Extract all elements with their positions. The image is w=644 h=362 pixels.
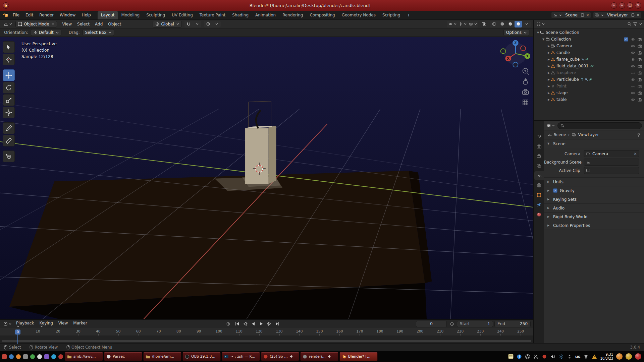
taskbar-window-1[interactable]: smb://awv... bbox=[65, 352, 103, 361]
next-keyframe-button[interactable] bbox=[266, 321, 273, 327]
viewlayer-selector[interactable]: ViewLayer × bbox=[593, 12, 641, 18]
outliner-item-label[interactable]: Icosphere bbox=[556, 70, 576, 75]
render-visibility-icon[interactable] bbox=[638, 44, 642, 48]
eye-closed-icon[interactable] bbox=[631, 84, 635, 88]
clear-camera-icon[interactable]: × bbox=[634, 152, 637, 156]
previous-keyframe-button[interactable] bbox=[241, 321, 249, 327]
properties-search-input[interactable] bbox=[557, 122, 642, 129]
scene-camera-field[interactable]: Camera× bbox=[584, 150, 639, 157]
breadcrumb-viewlayer[interactable]: ViewLayer bbox=[578, 132, 599, 137]
menu-edit[interactable]: Edit bbox=[22, 11, 36, 19]
jump-to-start-button[interactable] bbox=[233, 321, 241, 327]
disclosure-icon[interactable]: ▶ bbox=[547, 85, 551, 88]
gravity-checkbox[interactable]: ✓ bbox=[553, 188, 557, 193]
panel-header-audio[interactable]: ▶Audio bbox=[544, 204, 644, 213]
current-frame-field[interactable]: 0 bbox=[416, 321, 447, 327]
workspace-tab-uv-editing[interactable]: UV Editing bbox=[168, 11, 196, 19]
taskbar-window-5[interactable]: ~ : zsh — K... bbox=[222, 352, 260, 361]
properties-tab-object[interactable] bbox=[534, 191, 544, 199]
shade-button[interactable]: ▾ bbox=[611, 2, 617, 9]
gizmo-axis-neg-x[interactable] bbox=[521, 46, 526, 51]
outliner-row-icosphere[interactable]: ▶Icosphere bbox=[534, 69, 644, 76]
tray-app-icon-3[interactable] bbox=[635, 353, 641, 360]
properties-tab-physics[interactable] bbox=[534, 200, 544, 209]
properties-tab-world[interactable] bbox=[534, 181, 544, 190]
timeline-menu-marker[interactable]: Marker bbox=[70, 320, 90, 328]
panel-header-keying-sets[interactable]: ▶Keying Sets bbox=[544, 195, 644, 204]
eye-icon[interactable] bbox=[631, 51, 635, 55]
outliner-row-point[interactable]: ▶Point bbox=[534, 83, 644, 89]
outliner-item-label[interactable]: table bbox=[556, 97, 567, 102]
gizmo-axis-neg-z[interactable] bbox=[513, 62, 518, 67]
blender-logo-icon[interactable] bbox=[3, 12, 9, 18]
collection-checkbox[interactable]: ✓ bbox=[624, 37, 628, 42]
tray-bluetooth-icon[interactable] bbox=[558, 354, 564, 359]
tool-add-cube-button[interactable] bbox=[3, 150, 15, 162]
outliner-row-stage[interactable]: ▶stage bbox=[534, 89, 644, 96]
snap-options-dropdown[interactable] bbox=[193, 21, 201, 27]
render-visibility-icon[interactable] bbox=[638, 51, 642, 55]
outliner-row-scene-collection[interactable]: ▼Scene Collection bbox=[534, 29, 644, 36]
play-button[interactable] bbox=[258, 321, 265, 327]
outliner-row-collection[interactable]: ▼Collection✓ bbox=[534, 36, 644, 43]
window-menu-button[interactable] bbox=[3, 2, 9, 9]
disclosure-icon[interactable]: ▼ bbox=[536, 31, 540, 34]
tool-scale-button[interactable] bbox=[3, 94, 15, 106]
launcher-icon-5[interactable] bbox=[30, 354, 36, 360]
playhead[interactable]: 0 bbox=[15, 329, 20, 335]
playhead-line[interactable] bbox=[17, 335, 18, 344]
menu-render[interactable]: Render bbox=[36, 11, 57, 19]
panel-header-gravity[interactable]: ▶✓Gravity bbox=[544, 186, 644, 195]
workspace-tab-compositing[interactable]: Compositing bbox=[306, 11, 338, 19]
render-visibility-icon[interactable] bbox=[638, 58, 642, 61]
panel-header-units[interactable]: ▶Units bbox=[544, 178, 644, 186]
disclosure-icon[interactable]: ▶ bbox=[547, 45, 551, 48]
orientation-default-dropdown[interactable]: Default bbox=[31, 29, 61, 36]
properties-tab-output[interactable] bbox=[534, 152, 544, 161]
tool-move-button[interactable] bbox=[3, 69, 15, 81]
eye-closed-icon[interactable] bbox=[631, 71, 635, 75]
start-frame-field[interactable]: Start1 bbox=[457, 321, 493, 327]
viewport-menu-view[interactable]: View bbox=[60, 21, 74, 27]
taskbar-window-2[interactable]: Parsec bbox=[104, 352, 142, 361]
panel-header-custom-properties[interactable]: ▶Custom Properties bbox=[544, 221, 644, 230]
tray-app-icon-1[interactable] bbox=[616, 353, 623, 360]
object-visibility-dropdown[interactable] bbox=[447, 21, 457, 27]
launcher-icon-2[interactable] bbox=[8, 354, 14, 360]
tray-record-icon[interactable] bbox=[542, 354, 547, 359]
render-visibility-icon[interactable] bbox=[638, 91, 642, 95]
render-visibility-icon[interactable] bbox=[638, 64, 642, 68]
workspace-tab-geometry-nodes[interactable]: Geometry Nodes bbox=[338, 11, 379, 19]
tray-warning-icon[interactable] bbox=[592, 354, 597, 359]
tool-rotate-button[interactable] bbox=[3, 82, 15, 94]
mode-dropdown[interactable]: Object Mode bbox=[15, 21, 57, 27]
eye-icon[interactable] bbox=[631, 38, 635, 41]
timeline-track[interactable] bbox=[0, 336, 533, 343]
tool-annotate-button[interactable] bbox=[3, 122, 15, 134]
launcher-icon-4[interactable] bbox=[22, 354, 29, 360]
properties-tab-render[interactable] bbox=[534, 142, 544, 151]
taskbar-window-8[interactable]: Blender* [... bbox=[339, 352, 378, 361]
properties-tab-scene[interactable] bbox=[534, 171, 544, 180]
render-visibility-icon[interactable] bbox=[638, 98, 642, 102]
drag-mode-dropdown[interactable]: Select Box bbox=[83, 29, 114, 36]
disclosure-icon[interactable]: ▶ bbox=[547, 78, 551, 81]
overlays-dropdown[interactable] bbox=[468, 21, 478, 27]
outliner-row-candle[interactable]: ▶candle bbox=[534, 49, 644, 56]
snap-toggle[interactable] bbox=[185, 21, 193, 27]
render-visibility-icon[interactable] bbox=[638, 71, 642, 75]
disclosure-icon[interactable]: ▶ bbox=[547, 65, 551, 68]
add-workspace-button[interactable]: + bbox=[404, 11, 413, 19]
render-visibility-icon[interactable] bbox=[638, 78, 642, 81]
panel-header-scene[interactable]: ▼Scene bbox=[544, 139, 644, 148]
active-clip-field[interactable] bbox=[584, 167, 639, 174]
outliner-row-table[interactable]: ▶table bbox=[534, 96, 644, 103]
outliner-item-label[interactable]: flame_cube bbox=[556, 57, 580, 62]
workspace-tab-scripting[interactable]: Scripting bbox=[379, 11, 404, 19]
filter-icon[interactable] bbox=[633, 22, 637, 26]
launcher-icon-9[interactable] bbox=[58, 354, 64, 360]
timeline-menu-playback[interactable]: Playback bbox=[13, 320, 37, 328]
panel-header-rigid-body-world[interactable]: ▶Rigid Body World bbox=[544, 213, 644, 221]
gizmos-dropdown[interactable] bbox=[458, 21, 467, 27]
tray-volume-icon[interactable] bbox=[550, 354, 555, 359]
